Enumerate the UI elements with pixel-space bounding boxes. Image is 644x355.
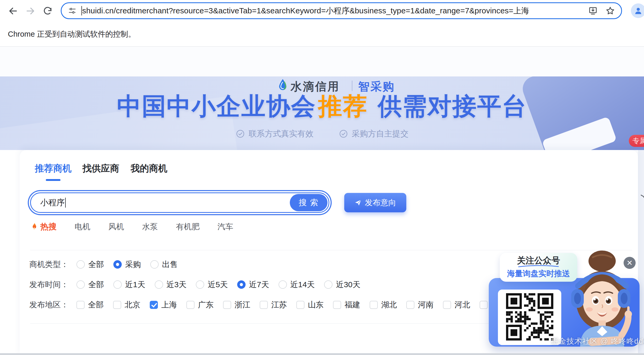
hot-term[interactable]: 电机 xyxy=(75,221,90,232)
radio-checked-icon[interactable] xyxy=(237,280,246,289)
keyword-search-value: 小程序 xyxy=(40,197,65,208)
checkbox-icon[interactable] xyxy=(406,301,414,309)
hot-term[interactable]: 汽车 xyxy=(218,221,233,232)
checkbox-icon[interactable] xyxy=(296,301,304,309)
option-label: 河北 xyxy=(454,299,470,310)
publish-intent-label: 发布意向 xyxy=(365,197,396,208)
radio-icon[interactable] xyxy=(196,280,204,289)
bubble-title: 关注公众号 xyxy=(517,256,560,265)
type-option-all[interactable]: 全部 xyxy=(76,259,104,270)
radio-icon[interactable] xyxy=(150,260,159,269)
region-option-jiangsu[interactable]: 江苏 xyxy=(260,299,287,310)
option-label: 江苏 xyxy=(271,299,287,310)
option-label: 广东 xyxy=(198,299,214,310)
checkbox-icon[interactable] xyxy=(480,301,488,309)
hero-banner: 水滴信用 智采购 中国中小企业协会推荐供需对接平台 联系方式真实有效 采购方自主… xyxy=(0,76,644,150)
back-icon[interactable] xyxy=(7,5,19,17)
site-header: 水滴信用 —企业信用专家— 国家中小企业 公共服务示范平台 首页 请输入企业名称… xyxy=(0,47,644,76)
hot-search-row: 热搜 电机 风机 水泵 有机肥 汽车 xyxy=(31,221,233,232)
checkbox-checked-icon[interactable] xyxy=(150,301,158,309)
region-option-guangdong[interactable]: 广东 xyxy=(186,299,214,310)
region-option-zhejiang[interactable]: 浙江 xyxy=(223,299,250,310)
promo-corner-tag[interactable]: 专属福 xyxy=(629,135,644,147)
hot-search-label: 热搜 xyxy=(40,221,57,232)
forward-icon[interactable] xyxy=(25,5,36,17)
feature-item: 采购方自主提交 xyxy=(339,128,409,139)
checkbox-icon[interactable] xyxy=(186,301,195,309)
banner-drop-icon xyxy=(278,79,287,92)
hot-term[interactable]: 水泵 xyxy=(142,221,158,232)
type-option-sell[interactable]: 出售 xyxy=(150,259,178,270)
region-option-shandong[interactable]: 山东 xyxy=(296,299,324,310)
address-bar[interactable]: shuidi.cn/creditmerchant?resource=3&acti… xyxy=(61,2,622,19)
radio-icon[interactable] xyxy=(113,280,122,289)
option-label: 北京 xyxy=(125,299,140,310)
profile-avatar[interactable] xyxy=(631,3,644,18)
checkbox-icon[interactable] xyxy=(333,301,341,309)
headline-part2: 供需对接平台 xyxy=(378,93,527,119)
banner-headline: 中国中小企业协会推荐供需对接平台 xyxy=(0,90,644,123)
bookmark-star-icon[interactable] xyxy=(606,6,615,15)
region-option-hebei[interactable]: 河北 xyxy=(443,299,470,310)
radio-icon[interactable] xyxy=(76,260,85,269)
time-option-7d[interactable]: 近7天 xyxy=(237,279,269,290)
region-option-shanghai[interactable]: 上海 xyxy=(150,299,177,310)
option-label: 全部 xyxy=(88,299,104,310)
hot-term[interactable]: 有机肥 xyxy=(176,221,199,232)
infobar-text: Chrome 正受到自动测试软件的控制。 xyxy=(8,29,136,40)
paper-plane-icon xyxy=(354,199,362,206)
checkbox-icon[interactable] xyxy=(223,301,231,309)
install-icon[interactable] xyxy=(588,6,598,15)
radio-icon[interactable] xyxy=(155,280,163,289)
bubble-subtitle: 海量询盘实时推送 xyxy=(507,268,570,279)
checkbox-icon[interactable] xyxy=(113,301,121,309)
time-option-5d[interactable]: 近5天 xyxy=(196,279,228,290)
tab-find-suppliers[interactable]: 找供应商 xyxy=(82,162,119,175)
url-text[interactable]: shuidi.cn/creditmerchant?resource=3&acti… xyxy=(82,5,529,16)
publish-intent-button[interactable]: 发布意向 xyxy=(344,193,406,212)
radio-icon[interactable] xyxy=(324,280,332,289)
headline-highlight: 推荐 xyxy=(318,93,368,119)
radio-checked-icon[interactable] xyxy=(113,260,122,269)
region-option-beijing[interactable]: 北京 xyxy=(113,299,140,310)
reload-icon[interactable] xyxy=(42,5,53,17)
browser-toolbar: shuidi.cn/creditmerchant?resource=3&acti… xyxy=(0,0,644,22)
checkbox-icon[interactable] xyxy=(370,301,378,309)
option-label: 福建 xyxy=(345,299,360,310)
checkbox-icon[interactable] xyxy=(443,301,451,309)
option-label: 湖北 xyxy=(381,299,397,310)
automation-infobar: Chrome 正受到自动测试软件的控制。 xyxy=(0,22,644,47)
option-label: 近3天 xyxy=(166,279,187,290)
keyword-search-input[interactable]: 小程序 搜 索 xyxy=(30,192,329,213)
site-controls-icon[interactable] xyxy=(68,6,77,15)
feature-item: 联系方式真实有效 xyxy=(236,128,314,139)
time-option-all[interactable]: 全部 xyxy=(76,279,104,290)
close-icon[interactable]: ✕ xyxy=(624,257,636,269)
promo-corner-label: 专属福 xyxy=(632,137,644,145)
type-option-purchase[interactable]: 采购 xyxy=(113,259,141,270)
filter-row-type: 商机类型： 全部 采购 出售 xyxy=(29,258,178,271)
time-option-1d[interactable]: 近1天 xyxy=(113,279,145,290)
tab-recommended[interactable]: 推荐商机 xyxy=(35,162,71,175)
radio-icon[interactable] xyxy=(279,280,287,289)
time-option-30d[interactable]: 近30天 xyxy=(324,279,360,290)
region-option-fujian[interactable]: 福建 xyxy=(333,299,360,310)
check-circle-icon xyxy=(236,129,245,138)
region-option-henan[interactable]: 河南 xyxy=(406,299,434,310)
checkbox-icon[interactable] xyxy=(260,301,268,309)
option-label: 近14天 xyxy=(290,279,315,290)
qr-code xyxy=(506,293,553,342)
time-option-14d[interactable]: 近14天 xyxy=(279,279,315,290)
radio-icon[interactable] xyxy=(76,280,85,289)
option-label: 浙江 xyxy=(235,299,250,310)
tab-my-opportunities[interactable]: 我的商机 xyxy=(131,162,167,175)
time-option-3d[interactable]: 近3天 xyxy=(155,279,187,290)
filter-region-label: 发布地区： xyxy=(29,299,71,310)
feature-text-2: 采购方自主提交 xyxy=(352,128,409,139)
checkbox-icon[interactable] xyxy=(76,301,85,309)
region-option-hubei[interactable]: 湖北 xyxy=(370,299,397,310)
region-option-all[interactable]: 全部 xyxy=(76,299,104,310)
search-button[interactable]: 搜 索 xyxy=(290,194,327,211)
feature-text-1: 联系方式真实有效 xyxy=(249,128,314,139)
hot-term[interactable]: 风机 xyxy=(108,221,124,232)
